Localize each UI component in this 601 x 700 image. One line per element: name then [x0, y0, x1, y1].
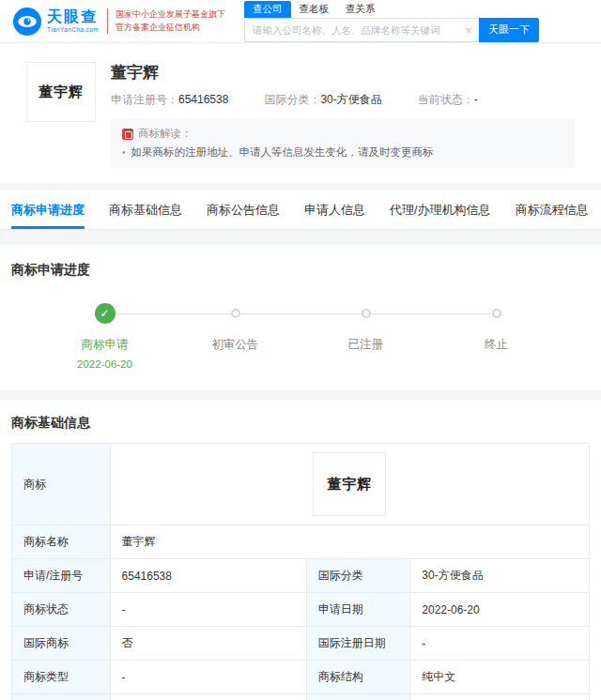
cell-label-status: 商标状态: [12, 593, 111, 627]
cell-value-intl-class: 30-方便食品: [410, 559, 590, 593]
search-input[interactable]: [244, 18, 479, 42]
summary-current-status: 当前状态：-: [418, 92, 478, 108]
cell-label-form: 商标形式: [12, 694, 111, 700]
trademark-image-text: 董宇辉: [39, 84, 84, 101]
cell-value-priority-date: -: [410, 694, 590, 700]
tab-basic-info[interactable]: 商标基础信息: [109, 190, 182, 229]
tab-application-progress[interactable]: 商标申请进度: [11, 190, 85, 229]
summary-info-row: 申请注册号：65416538 国际分类：30-方便食品 当前状态：-: [111, 92, 575, 108]
cell-label-intl-trademark: 国际商标: [12, 627, 111, 661]
table-row: 商标 董宇辉: [12, 444, 590, 525]
progress-step-applied: ✓ 商标申请 2022-06-20: [39, 303, 170, 370]
cell-value-form: -: [110, 694, 306, 700]
cell-label-name: 商标名称: [12, 525, 111, 559]
cell-label-trademark: 商标: [12, 444, 111, 525]
search-tab-company[interactable]: 查公司: [244, 1, 291, 18]
brand-name: 天眼查: [47, 9, 99, 24]
progress-timeline: ✓ 商标申请 2022-06-20 初审公告 已注册 终止: [39, 303, 562, 370]
cell-label-apply-date: 申请日期: [306, 593, 410, 627]
basic-info-section: 商标基础信息 商标 董宇辉 商标名称 董宇辉 申请/注册号 65416538 国…: [0, 400, 601, 700]
slogan-line-2: 官方备案企业征信机构: [116, 22, 225, 35]
slogan-line-1: 国家中小企业发展子基金旗下: [116, 8, 225, 22]
cell-value-status: -: [110, 593, 306, 627]
trademark-interpretation-box: 商标解读： 如果商标的注册地址、申请人等信息发生变化，请及时变更商标: [111, 119, 575, 168]
header-slogan: 国家中小企业发展子基金旗下 官方备案企业征信机构: [107, 8, 225, 35]
tianyancha-eye-icon: [13, 8, 41, 36]
cell-value-name: 董宇辉: [110, 525, 589, 559]
pending-dot-icon: [231, 309, 240, 318]
clear-icon[interactable]: ×: [466, 23, 473, 36]
search-tabs: 查公司 查老板 查关系: [244, 1, 539, 18]
progress-step-preliminary: 初审公告: [170, 303, 300, 370]
search-tab-boss[interactable]: 查老板: [291, 1, 338, 18]
brand-domain: TianYanCha.com: [47, 27, 99, 34]
cell-value-reg-no: 65416538: [110, 559, 306, 593]
summary-intl-class: 国际分类：30-方便食品: [264, 92, 381, 108]
pending-dot-icon: [362, 309, 371, 318]
progress-step-date: 2022-06-20: [77, 358, 132, 370]
cell-trademark-image: 董宇辉: [110, 444, 589, 525]
interpretation-icon: [122, 129, 133, 140]
cell-label-type: 商标类型: [12, 661, 111, 694]
summary-reg-no: 申请注册号：65416538: [111, 92, 228, 108]
cell-label-reg-no: 申请/注册号: [12, 559, 111, 593]
application-progress-section: 商标申请进度 ✓ 商标申请 2022-06-20 初审公告 已注册 终止: [0, 245, 601, 390]
interpretation-item: 如果商标的注册地址、申请人等信息发生变化，请及时变更商标: [122, 145, 563, 160]
table-row: 商标形式 - 优先权日期? -: [12, 694, 590, 700]
tab-process-info[interactable]: 商标流程信息: [516, 190, 589, 229]
basic-info-section-title: 商标基础信息: [11, 415, 590, 432]
tab-applicant-info[interactable]: 申请人信息: [304, 190, 365, 229]
table-row: 商标类型 - 商标结构 纯中文: [12, 661, 590, 694]
trademark-summary-card: 董宇辉 董宇辉 申请注册号：65416538 国际分类：30-方便食品 当前状态…: [0, 43, 601, 183]
page-title: 董宇辉: [111, 62, 575, 84]
table-row: 国际商标 否 国际注册日期 -: [12, 627, 590, 661]
pending-dot-icon: [492, 309, 501, 318]
trademark-image: 董宇辉: [26, 62, 96, 122]
cell-value-type: -: [110, 661, 306, 694]
tianyancha-logo[interactable]: 天眼查 TianYanCha.com: [13, 8, 99, 36]
table-row: 商标状态 - 申请日期 2022-06-20: [12, 593, 590, 627]
tab-announcement-info[interactable]: 商标公告信息: [207, 190, 280, 229]
cell-value-intl-trademark: 否: [110, 627, 306, 661]
cell-value-apply-date: 2022-06-20: [410, 593, 590, 627]
cell-value-structure: 纯中文: [410, 661, 590, 694]
tab-agency-info[interactable]: 代理/办理机构信息: [390, 190, 491, 229]
cell-label-intl-class: 国际分类: [306, 559, 410, 593]
search-button[interactable]: 天眼一下: [479, 18, 539, 42]
basic-info-table: 商标 董宇辉 商标名称 董宇辉 申请/注册号 65416538 国际分类 30-…: [11, 443, 590, 700]
table-trademark-image-text: 董宇辉: [327, 476, 372, 494]
cell-label-structure: 商标结构: [306, 661, 410, 694]
progress-step-registered: 已注册: [300, 303, 431, 370]
search-tab-relation[interactable]: 查关系: [337, 1, 384, 18]
check-icon: ✓: [95, 303, 116, 324]
cell-value-intl-reg-date: -: [410, 627, 590, 661]
header-search-area: 查公司 查老板 查关系 × 天眼一下: [244, 1, 539, 42]
cell-label-priority-date: 优先权日期?: [306, 694, 410, 700]
cell-label-intl-reg-date: 国际注册日期: [306, 627, 410, 661]
table-row: 申请/注册号 65416538 国际分类 30-方便食品: [12, 559, 590, 593]
detail-tab-bar: 商标申请进度 商标基础信息 商标公告信息 申请人信息 代理/办理机构信息 商标流…: [0, 190, 601, 230]
interpretation-title: 商标解读：: [138, 127, 193, 141]
progress-section-title: 商标申请进度: [11, 262, 590, 279]
top-header: 天眼查 TianYanCha.com 国家中小企业发展子基金旗下 官方备案企业征…: [0, 0, 601, 43]
progress-step-terminated: 终止: [431, 303, 562, 370]
table-row: 商标名称 董宇辉: [12, 525, 590, 559]
